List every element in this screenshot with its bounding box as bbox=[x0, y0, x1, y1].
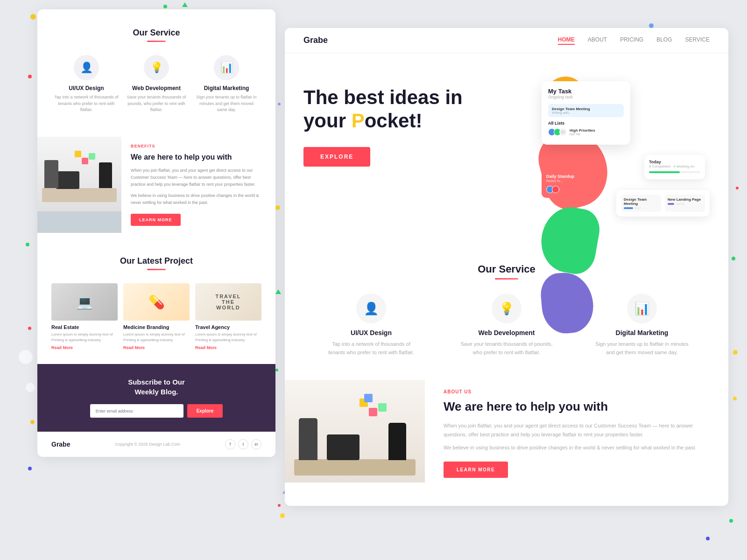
rp-hero-graphic: My Task Ongoing task Design Team Meeting… bbox=[542, 77, 710, 226]
lp-services-section: Our Service 👤 UI/UX Design Tap into a ne… bbox=[37, 9, 275, 137]
left-panel: Our Service 👤 UI/UX Design Tap into a ne… bbox=[37, 9, 275, 457]
lp-read-more-medicine[interactable]: Read More bbox=[123, 345, 190, 350]
today-card: Today 3 Completed · 4 working on bbox=[644, 155, 705, 179]
lp-project-card: 💻 Real Estate Lorem ipsum is simply dumm… bbox=[51, 283, 118, 350]
lp-subscribe-title: Subscribe to Our bbox=[51, 378, 261, 386]
lp-uiux-icon: 👤 bbox=[74, 55, 99, 80]
bc-card-landing: New Landing Page bbox=[665, 195, 705, 212]
lp-subscribe-section: Subscribe to Our Weekly Blog. Explore bbox=[37, 364, 275, 432]
lp-read-more-travel[interactable]: Read More bbox=[195, 345, 261, 350]
rp-about-label: About Us bbox=[444, 389, 710, 394]
rp-learn-more-button[interactable]: LEARN MORE bbox=[444, 462, 508, 478]
lp-project-thumb-realestate: 💻 bbox=[51, 283, 118, 321]
rp-explore-button[interactable]: EXPLORE bbox=[303, 147, 370, 167]
rp-about-text2: We believe in using business to drive po… bbox=[444, 443, 710, 452]
rp-logo: Grabe bbox=[303, 35, 328, 45]
bottom-cards: Design Team Meeting New Landing Page bbox=[616, 190, 710, 217]
lp-projects-underline bbox=[147, 269, 166, 270]
rp-navbar: Grabe HOME ABOUT PRICING BLOG SERVICE bbox=[285, 28, 728, 53]
twitter-icon[interactable]: t bbox=[238, 439, 248, 449]
lp-about-image bbox=[37, 137, 121, 233]
lp-about-title: We are here to help you with bbox=[131, 152, 266, 162]
lp-subscribe-subtitle: Weekly Blog. bbox=[51, 388, 261, 396]
rp-service-item-webdev: 💡 Web Development Save your tenants thou… bbox=[460, 294, 553, 357]
lp-project-thumb-travel: TRAVELTHEWORLD bbox=[195, 283, 261, 321]
nav-link-about[interactable]: ABOUT bbox=[588, 36, 607, 45]
standup-card: Daily Standup Notes fo... bbox=[542, 169, 593, 198]
lp-project-name: Real Estate bbox=[51, 324, 118, 330]
lp-project-card: TRAVELTHEWORLD Travel Agency Lorem ipsum… bbox=[195, 283, 261, 350]
nav-link-pricing[interactable]: PRICING bbox=[620, 36, 643, 45]
lp-marketing-name: Digital Marketing bbox=[204, 85, 249, 91]
office-person2 bbox=[388, 423, 406, 460]
nav-link-blog[interactable]: BLOG bbox=[656, 36, 672, 45]
rp-hero-text: The best ideas in your Pocket! EXPLORE bbox=[303, 77, 542, 167]
lp-about-text1: When you join flatfair, you and your age… bbox=[131, 167, 266, 189]
lp-explore-button[interactable]: Explore bbox=[187, 404, 223, 418]
avatar-count: 7+ bbox=[559, 128, 567, 136]
right-panel: Grabe HOME ABOUT PRICING BLOG SERVICE Th… bbox=[285, 28, 728, 506]
nav-link-service[interactable]: SERVICE bbox=[685, 36, 710, 45]
lp-footer: Grabe Copyright © 2025 Design Lab.Com f … bbox=[37, 432, 275, 457]
facebook-icon[interactable]: f bbox=[225, 439, 235, 449]
lp-uiux-desc: Tap into a network of thousands of tenan… bbox=[54, 94, 119, 113]
rp-services-title: Our Service bbox=[303, 263, 710, 275]
bc-card-label: Design Team Meeting bbox=[624, 197, 658, 206]
lp-project-desc: Lorem ipsum is simply dummy text of Prin… bbox=[195, 332, 261, 343]
today-sub: 3 Completed · 4 working on bbox=[649, 164, 700, 168]
lp-marketing-desc: Sign your tenants up to flatfair in minu… bbox=[194, 94, 259, 113]
task-avatar-group: 7+ bbox=[548, 128, 567, 136]
lp-project-card: 💊 Medicine Branding Lorem ipsum is simpl… bbox=[123, 283, 190, 350]
lp-learn-button[interactable]: LEARN MORE bbox=[131, 214, 181, 226]
rp-service-item-uiux: 👤 UI/UX Design Tap into a network of tho… bbox=[324, 294, 418, 357]
hero-title-line2: your Pocket! bbox=[303, 110, 422, 132]
rp-about-section: About Us We are here to help you with Wh… bbox=[285, 371, 728, 506]
lp-project-name: Travel Agency bbox=[195, 324, 261, 330]
lp-services-title: Our Service bbox=[51, 28, 261, 38]
sticky-note-blue bbox=[364, 394, 373, 402]
lp-uiux-name: UI/UX Design bbox=[69, 85, 104, 91]
lp-about-section: BENEFITS We are here to help you with Wh… bbox=[37, 137, 275, 247]
lp-services-underline bbox=[147, 41, 166, 42]
standup-avatars bbox=[546, 186, 588, 193]
lp-footer-logo: Grabe bbox=[51, 441, 70, 448]
bc-card-meeting: Design Team Meeting bbox=[621, 195, 661, 212]
lp-webdev-desc: Save your tenants thousands of pounds, w… bbox=[124, 94, 189, 113]
rp-hero-section: The best ideas in your Pocket! EXPLORE M… bbox=[285, 53, 728, 245]
rp-services-underline bbox=[495, 278, 518, 280]
task-card-main: My Task Ongoing task Design Team Meeting… bbox=[542, 81, 630, 145]
progress-fill bbox=[649, 171, 680, 173]
lp-about-label: BENEFITS bbox=[131, 144, 266, 148]
progress-mini bbox=[676, 203, 685, 205]
rp-about-title: We are here to help you with bbox=[444, 399, 710, 415]
nav-link-home[interactable]: HOME bbox=[558, 36, 575, 45]
progress-mini bbox=[634, 207, 641, 209]
office-table bbox=[294, 459, 416, 476]
lp-read-more-realestate[interactable]: Read More bbox=[51, 345, 118, 350]
rp-about-text1: When you join flatfair, you and your age… bbox=[444, 421, 710, 439]
rp-service-item-marketing: 📊 Digital Marketing Sign your tenants up… bbox=[595, 294, 689, 357]
lp-projects-section: Our Latest Project 💻 Real Estate Lorem i… bbox=[37, 247, 275, 364]
lp-about-text2: We believe in using business to drive po… bbox=[131, 192, 266, 207]
progress-bar bbox=[649, 171, 700, 173]
lp-footer-copyright: Copyright © 2025 Design Lab.Com bbox=[115, 442, 180, 447]
task-card-title: My Task bbox=[548, 88, 624, 95]
task-card-subtitle: Ongoing task bbox=[548, 95, 624, 99]
lp-webdev-name: Web Development bbox=[132, 85, 181, 91]
standup-avatar bbox=[552, 186, 559, 193]
priority-label: High Priorities bbox=[570, 128, 624, 133]
rp-hero-title: The best ideas in your Pocket! bbox=[303, 86, 542, 133]
rp-marketing-name: Digital Marketing bbox=[595, 329, 689, 336]
standup-label: Daily Standup bbox=[546, 174, 588, 179]
lp-service-item: 💡 Web Development Save your tenants thou… bbox=[124, 55, 189, 113]
instagram-icon[interactable]: in bbox=[251, 439, 261, 449]
standup-sub: Notes fo... bbox=[546, 179, 588, 183]
rp-uiux-desc: Tap into a network of thousands of tenan… bbox=[324, 340, 418, 357]
lp-footer-socials: f t in bbox=[225, 439, 261, 449]
rp-about-content: About Us We are here to help you with Wh… bbox=[425, 380, 728, 487]
task-mini-label: Design Team Meeting bbox=[552, 107, 620, 111]
lp-project-desc: Lorem ipsum is simply dummy text of Prin… bbox=[123, 332, 190, 343]
priority-sub: Not Yet bbox=[570, 133, 624, 136]
lp-project-grid: 💻 Real Estate Lorem ipsum is simply dumm… bbox=[51, 283, 261, 350]
lp-email-input[interactable] bbox=[90, 404, 183, 418]
